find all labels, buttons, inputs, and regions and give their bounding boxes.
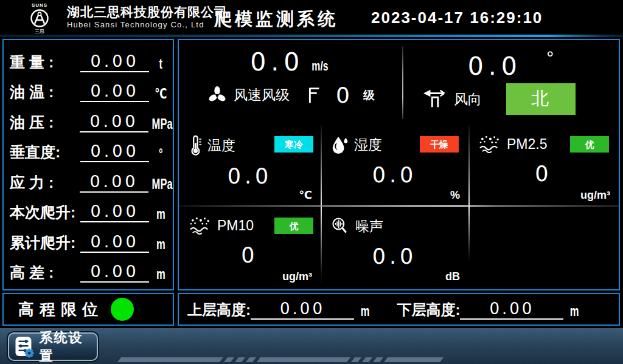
sensor-label: 应 力 : xyxy=(10,173,80,193)
pm25-unit: ug/m³ xyxy=(580,189,610,202)
company-logo-icon: SUNS 三思 xyxy=(16,2,63,33)
wind-vane-icon xyxy=(422,88,449,111)
temperature-value: 0.0 xyxy=(179,164,321,188)
upper-height-label: 上层高度: xyxy=(187,300,251,320)
wind-direction-value: 0.0 xyxy=(468,52,522,81)
elevation-limit-indicator xyxy=(111,298,134,321)
wind-direction-reading: 0.0 ° xyxy=(403,47,619,81)
sensor-panel: 重 量 : 0.00 t 油 温 : 0.00 ℃ 油 压 : 0.00 MPa… xyxy=(2,39,174,290)
heights-panel: 上层高度: 0.00 m 下层高度: 0.00 m xyxy=(178,293,620,326)
taskbar: 系统设置 xyxy=(0,328,623,364)
sensor-value: 0.00 xyxy=(80,52,150,72)
wind-direction-label: 风向 xyxy=(454,90,482,109)
company-name-cn: 湖北三思科技股份有限公司 xyxy=(67,5,228,19)
wind-compass-badge: 北 xyxy=(506,83,576,115)
system-settings-button[interactable]: 系统设置 xyxy=(8,332,98,361)
header-divider xyxy=(0,35,623,37)
wind-speed-section: 0.0 m/s 风速风级 0 级 xyxy=(179,40,403,124)
noise-value: 0.0 xyxy=(321,244,468,269)
sensor-unit: m xyxy=(153,236,170,253)
sensor-value: 0.00 xyxy=(80,232,150,253)
wind-level-row: 风速风级 0 级 xyxy=(179,83,403,108)
sensor-value: 0.00 xyxy=(80,172,148,193)
noise-cell: 噪声 0.0 dB xyxy=(321,207,468,287)
sensor-unit: ℃ xyxy=(153,86,170,102)
sensor-unit: t xyxy=(153,56,170,72)
company-name: 湖北三思科技股份有限公司 Hubei Sansi Technology Co.,… xyxy=(67,5,228,29)
pm25-status-badge: 优 xyxy=(570,136,609,153)
wind-speed-unit: m/s xyxy=(312,58,328,74)
dust-icon xyxy=(478,135,501,153)
sensor-row: 应 力 : 0.00 MPa xyxy=(4,166,173,193)
sensor-value: 0.00 xyxy=(80,262,150,283)
sensor-label: 油 压 : xyxy=(10,112,80,132)
sensor-value: 0.00 xyxy=(80,142,150,162)
pm25-label: PM2.5 xyxy=(507,136,547,153)
sensor-label: 累计爬升: xyxy=(10,233,80,253)
lower-height-value: 0.00 xyxy=(460,300,563,320)
sensor-unit: ° xyxy=(153,146,170,162)
sensor-unit: m xyxy=(153,206,170,222)
noise-meter-icon xyxy=(330,216,350,236)
sensor-row: 垂直度: 0.00 ° xyxy=(4,136,173,162)
settings-sliders-icon xyxy=(14,335,34,359)
sensor-row: 重 量 : 0.00 t xyxy=(4,46,173,72)
taskbar-stripe-decoration xyxy=(119,357,442,362)
elevation-limit-panel: 高程限位 xyxy=(2,293,174,326)
logo-sansi-text: 三思 xyxy=(35,29,44,33)
sensor-row: 油 温 : 0.00 ℃ xyxy=(4,75,173,102)
logo-suns-text: SUNS xyxy=(32,2,47,8)
elevation-limit-label: 高程限位 xyxy=(18,299,103,320)
sensor-label: 垂直度: xyxy=(10,142,80,162)
sensor-value: 0.00 xyxy=(80,112,148,132)
upper-height-value: 0.00 xyxy=(251,300,354,320)
temperature-cell: 温度 寒冷 0.0 ℃ xyxy=(179,125,321,205)
wind-direction-unit: ° xyxy=(546,47,554,67)
sensor-row: 本次爬升: 0.00 m xyxy=(4,196,173,222)
main-panel: 0.0 m/s 风速风级 0 级 xyxy=(178,39,620,290)
pm25-value: 0 xyxy=(468,162,619,186)
wind-level-icon xyxy=(305,86,321,105)
droplet-icon xyxy=(330,135,349,154)
pm10-unit: ug/m³ xyxy=(282,270,312,283)
sensor-label: 本次爬升: xyxy=(10,202,80,222)
system-settings-label: 系统设置 xyxy=(39,329,97,364)
sensor-unit: MPa xyxy=(152,176,170,193)
wind-speed-value: 0.0 xyxy=(250,47,304,77)
wind-level-unit: 级 xyxy=(363,88,375,103)
pm10-status-badge: 优 xyxy=(274,218,313,234)
humidity-status-badge: 干燥 xyxy=(420,136,459,153)
sensor-label: 重 量 : xyxy=(10,52,80,72)
sensor-unit: m xyxy=(153,266,170,283)
pm10-cell: PM10 优 0 ug/m³ xyxy=(179,207,321,287)
upper-height-unit: m xyxy=(361,303,370,320)
gear-icon xyxy=(25,348,34,357)
dust-icon xyxy=(189,216,212,235)
pm10-value: 0 xyxy=(179,243,321,267)
wind-speed-label: 风速风级 xyxy=(234,86,290,105)
page-title: 爬模监测系统 xyxy=(214,7,338,32)
sensor-label: 高 差 : xyxy=(10,263,80,283)
sensor-row: 高 差 : 0.00 m xyxy=(4,256,173,283)
humidity-value: 0.0 xyxy=(321,163,468,187)
wind-speed-reading: 0.0 m/s xyxy=(179,47,403,77)
wind-direction-section: 0.0 ° 风向 北 xyxy=(403,40,619,124)
humidity-unit: % xyxy=(450,189,460,202)
company-name-en: Hubei Sansi Technology Co., Ltd xyxy=(67,21,228,29)
sensor-value: 0.00 xyxy=(80,202,150,222)
header: SUNS 三思 湖北三思科技股份有限公司 Hubei Sansi Technol… xyxy=(0,0,623,35)
humidity-label: 湿度 xyxy=(354,136,382,154)
sensor-unit: MPa xyxy=(152,116,170,132)
noise-label: 噪声 xyxy=(355,217,383,236)
temperature-label: 温度 xyxy=(207,136,235,155)
upper-height-group: 上层高度: 0.00 m xyxy=(187,300,371,320)
noise-header: 噪声 xyxy=(330,216,468,236)
sensor-row: 累计爬升: 0.00 m xyxy=(4,226,173,253)
fan-icon xyxy=(207,85,228,106)
lower-height-group: 下层高度: 0.00 m xyxy=(397,300,580,320)
grid-vertical-divider xyxy=(468,207,470,264)
lower-height-unit: m xyxy=(570,303,579,320)
sensor-value: 0.00 xyxy=(80,81,150,102)
lower-height-label: 下层高度: xyxy=(397,300,460,320)
pm10-label: PM10 xyxy=(217,218,254,234)
